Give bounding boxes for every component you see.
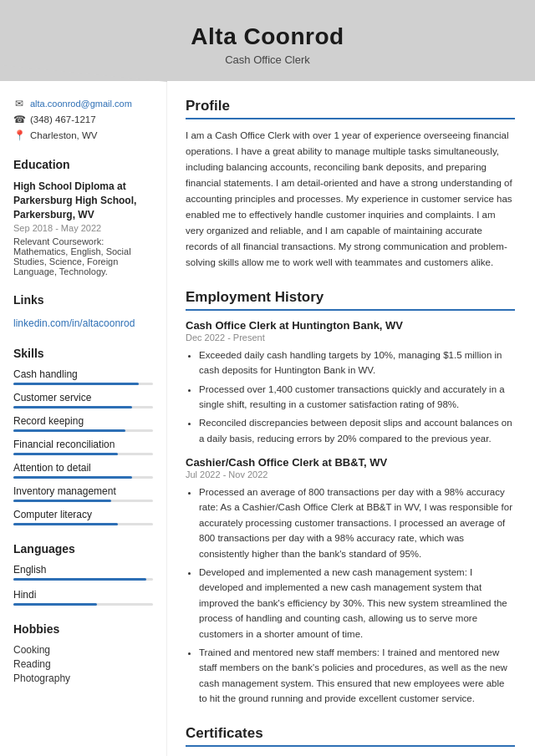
phone-number: (348) 467-1217 bbox=[30, 114, 96, 124]
location-icon: 📍 bbox=[13, 129, 25, 141]
job-bullets: Processed an average of 800 transactions… bbox=[186, 485, 515, 706]
skill-bar bbox=[13, 383, 153, 385]
email-icon: ✉ bbox=[13, 98, 25, 109]
job-bullet: Trained and mentored new staff members: … bbox=[199, 645, 515, 707]
skill-bar-fill bbox=[13, 500, 111, 502]
job-bullet: Reconciled discrepancies between deposit… bbox=[199, 415, 515, 446]
skill-name: Customer service bbox=[13, 392, 153, 403]
employment-title: Employment History bbox=[186, 289, 515, 311]
languages-list: English Hindi bbox=[13, 564, 153, 606]
languages-title: Languages bbox=[13, 542, 153, 556]
skill-bar-fill bbox=[13, 406, 132, 408]
language-bar bbox=[13, 603, 153, 606]
language-bar bbox=[13, 578, 153, 581]
skills-section: Skills Cash handling Customer service Re… bbox=[13, 347, 153, 525]
location-text: Charleston, WV bbox=[30, 130, 98, 140]
language-item: English bbox=[13, 564, 153, 581]
profile-section: Profile I am a Cash Office Clerk with ov… bbox=[186, 98, 515, 271]
skill-bar bbox=[13, 476, 153, 479]
phone-item: ☎ (348) 467-1217 bbox=[13, 114, 153, 125]
skill-name: Computer literacy bbox=[13, 509, 153, 520]
skill-bar bbox=[13, 453, 153, 455]
linkedin-link[interactable]: linkedin.com/in/altacoonrod bbox=[13, 317, 135, 329]
coursework-text: Mathematics, English, Social Studies, Sc… bbox=[13, 246, 131, 277]
languages-section: Languages English Hindi bbox=[13, 542, 153, 606]
job-entry: Cash Office Clerk at Huntington Bank, WV… bbox=[186, 319, 515, 446]
edu-degree: High School Diploma at Parkersburg High … bbox=[13, 180, 153, 221]
job-bullet: Exceeded daily cash handling targets by … bbox=[199, 348, 515, 378]
main-body: ✉ alta.coonrod@gmail.com ☎ (348) 467-121… bbox=[0, 81, 535, 756]
education-title: Education bbox=[13, 158, 153, 171]
hobby-item: Cooking bbox=[13, 644, 153, 656]
skill-item: Record keeping bbox=[13, 415, 153, 432]
certificates-section: Certificates Certified Cash Office Clerk… bbox=[186, 725, 515, 756]
links-title: Links bbox=[13, 293, 153, 307]
skills-list: Cash handling Customer service Record ke… bbox=[13, 368, 153, 525]
contact-section: ✉ alta.coonrod@gmail.com ☎ (348) 467-121… bbox=[13, 98, 153, 141]
skill-name: Cash handling bbox=[13, 368, 153, 380]
skill-bar bbox=[13, 406, 153, 408]
profile-text: I am a Cash Office Clerk with over 1 yea… bbox=[186, 128, 515, 271]
language-bar-fill bbox=[13, 578, 146, 581]
profile-title: Profile bbox=[186, 98, 515, 119]
job-entry: Cashier/Cash Office Clerk at BB&T, WV Ju… bbox=[186, 456, 515, 706]
job-bullet: Developed and implemented a new cash man… bbox=[199, 565, 515, 642]
header: Alta Coonrod Cash Office Clerk bbox=[0, 0, 535, 81]
employment-section: Employment History Cash Office Clerk at … bbox=[186, 289, 515, 707]
skill-item: Customer service bbox=[13, 392, 153, 408]
skill-name: Record keeping bbox=[13, 415, 153, 427]
skill-bar-fill bbox=[13, 383, 139, 385]
job-bullet: Processed an average of 800 transactions… bbox=[199, 485, 515, 561]
jobs-list: Cash Office Clerk at Huntington Bank, WV… bbox=[186, 319, 515, 707]
job-dates: Jul 2022 - Nov 2022 bbox=[186, 469, 515, 479]
resume-page: Alta Coonrod Cash Office Clerk ✉ alta.co… bbox=[0, 0, 535, 756]
skill-bar-fill bbox=[13, 453, 118, 455]
skill-name: Attention to detail bbox=[13, 462, 153, 474]
candidate-title: Cash Office Clerk bbox=[17, 53, 518, 66]
job-dates: Dec 2022 - Present bbox=[186, 332, 515, 342]
job-bullet: Processed over 1,400 customer transactio… bbox=[199, 382, 515, 413]
sidebar: ✉ alta.coonrod@gmail.com ☎ (348) 467-121… bbox=[0, 81, 167, 756]
language-name: Hindi bbox=[13, 589, 153, 601]
skill-item: Inventory management bbox=[13, 485, 153, 502]
hobby-item: Photography bbox=[13, 672, 153, 684]
job-title: Cash Office Clerk at Huntington Bank, WV bbox=[186, 319, 515, 332]
header-triangle bbox=[0, 65, 167, 82]
skill-bar-fill bbox=[13, 523, 118, 525]
skill-bar-fill bbox=[13, 476, 132, 479]
main-content: Profile I am a Cash Office Clerk with ov… bbox=[167, 81, 535, 756]
language-item: Hindi bbox=[13, 589, 153, 606]
hobbies-list: CookingReadingPhotography bbox=[13, 644, 153, 684]
skill-bar bbox=[13, 429, 153, 432]
hobbies-section: Hobbies CookingReadingPhotography bbox=[13, 622, 153, 684]
hobbies-title: Hobbies bbox=[13, 622, 153, 636]
location-item: 📍 Charleston, WV bbox=[13, 129, 153, 141]
edu-dates: Sep 2018 - May 2022 bbox=[13, 223, 153, 233]
skill-name: Financial reconciliation bbox=[13, 439, 153, 450]
certificates-title: Certificates bbox=[186, 725, 515, 747]
phone-icon: ☎ bbox=[13, 114, 25, 125]
links-section: Links linkedin.com/in/altacoonrod bbox=[13, 293, 153, 330]
skill-item: Computer literacy bbox=[13, 509, 153, 525]
hobby-item: Reading bbox=[13, 658, 153, 670]
skill-bar bbox=[13, 523, 153, 525]
skill-bar-fill bbox=[13, 429, 125, 432]
education-section: Education High School Diploma at Parkers… bbox=[13, 158, 153, 277]
email-link[interactable]: alta.coonrod@gmail.com bbox=[30, 99, 132, 109]
skill-item: Cash handling bbox=[13, 368, 153, 385]
job-title: Cashier/Cash Office Clerk at BB&T, WV bbox=[186, 456, 515, 469]
candidate-name: Alta Coonrod bbox=[17, 23, 518, 50]
skill-name: Inventory management bbox=[13, 485, 153, 497]
linkedin-item: linkedin.com/in/altacoonrod bbox=[13, 315, 153, 330]
skill-item: Attention to detail bbox=[13, 462, 153, 479]
language-name: English bbox=[13, 564, 153, 576]
job-bullets: Exceeded daily cash handling targets by … bbox=[186, 348, 515, 446]
skill-bar bbox=[13, 500, 153, 502]
email-item: ✉ alta.coonrod@gmail.com bbox=[13, 98, 153, 109]
edu-coursework: Relevant Coursework: Mathematics, Englis… bbox=[13, 236, 153, 277]
language-bar-fill bbox=[13, 603, 97, 606]
skill-item: Financial reconciliation bbox=[13, 439, 153, 455]
skills-title: Skills bbox=[13, 347, 153, 360]
coursework-label: Relevant Coursework: bbox=[13, 236, 104, 246]
